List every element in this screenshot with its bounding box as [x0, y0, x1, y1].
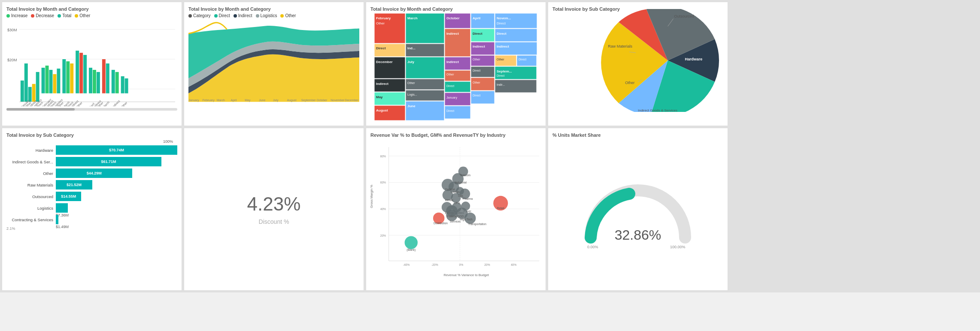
svg-rect-14 [57, 69, 60, 93]
panel-treemap: Total Invoice by Month and Category Febr… [366, 2, 546, 126]
svg-text:Novem...: Novem... [497, 16, 511, 20]
discount-label: Discount % [259, 218, 289, 225]
svg-text:-40%: -40% [403, 263, 410, 266]
total-label: Total [62, 13, 71, 18]
svg-text:December: December [376, 60, 393, 64]
svg-rect-130 [471, 91, 495, 104]
svg-text:(Blank): (Blank) [407, 248, 416, 252]
hbar-label-logistics: Logistics [6, 206, 56, 211]
svg-text:Direct: Direct [519, 58, 526, 61]
hbar-label-contracting: Contracting & Services [6, 217, 56, 222]
svg-rect-93 [495, 42, 537, 55]
svg-text:Raw Materials: Raw Materials [608, 44, 632, 48]
svg-rect-9 [36, 72, 39, 102]
direct-label: Direct [219, 13, 230, 18]
svg-text:Services: Services [450, 220, 461, 223]
scrollbar[interactable] [6, 108, 177, 111]
logistics-label: Logistics [261, 13, 277, 18]
percent-header: 100% [6, 139, 177, 144]
increase-dot [6, 14, 10, 18]
pie-svg: Outsourced Raw Materials Other Hardware … [552, 9, 723, 112]
svg-rect-75 [374, 44, 405, 57]
panel5-title: Total Invoice by Sub Category [6, 132, 177, 138]
hbar-wrap-indirect: $61.71M [56, 157, 177, 166]
legend-direct: Direct [214, 13, 230, 18]
svg-text:Telecom: Telecom [460, 174, 470, 177]
svg-rect-24 [102, 59, 106, 93]
svg-text:Distribution: Distribution [434, 222, 448, 225]
hbar-label-indirect: Indirect Goods & Ser... [6, 159, 56, 164]
increase-label: Increase [11, 13, 27, 18]
treemap-svg: February Other March October April Novem… [370, 13, 541, 120]
panel-gauge: % Units Market Share 0.00% 100.00% 32.86… [548, 128, 728, 291]
svg-text:April: April [231, 99, 237, 102]
svg-rect-10 [42, 68, 45, 93]
svg-text:Direct: Direct [376, 46, 386, 50]
hbar-row-logistics: Logistics $7.36M [6, 203, 177, 213]
svg-text:-20%: -20% [431, 263, 438, 266]
panel-bubble: Revenue Var % to Budget, GM% and Revenue… [366, 128, 546, 291]
svg-text:December: December [345, 99, 359, 102]
svg-text:$30M: $30M [7, 28, 17, 32]
svg-rect-13 [53, 74, 56, 93]
svg-rect-70 [471, 13, 495, 28]
svg-text:October: October [446, 16, 460, 20]
other2-dot [280, 14, 284, 18]
category-label: Category [193, 13, 211, 18]
svg-text:Pharma: Pharma [463, 197, 473, 200]
hbar-label-raw: Raw Materials [6, 183, 56, 187]
svg-text:February: February [376, 16, 391, 20]
svg-text:60%: 60% [380, 181, 386, 184]
hbar-wrap-other: $44.29M [56, 169, 177, 178]
svg-text:32.86%: 32.86% [615, 227, 661, 243]
panel3-title: Total Invoice by Month and Category [370, 6, 541, 12]
hbar-bar-hardware: $70.74M [56, 145, 177, 155]
logistics-dot [256, 14, 259, 18]
panel1-title: Total Invoice by Month and Category [6, 6, 177, 12]
svg-rect-8 [32, 84, 36, 102]
panel-stream-chart: Total Invoice by Month and Category Cate… [184, 2, 364, 126]
svg-text:Indirect: Indirect [112, 99, 121, 106]
svg-text:Indirect: Indirect [376, 82, 388, 86]
hbar-wrap-outsourced: $14.55M [56, 192, 177, 201]
svg-rect-77 [406, 44, 444, 57]
pie-area: Outsourced Raw Materials Other Hardware … [552, 13, 723, 108]
svg-text:July: July [273, 99, 279, 102]
svg-rect-72 [495, 13, 537, 28]
svg-text:February: February [203, 99, 215, 102]
svg-text:Direct: Direct [497, 32, 507, 36]
other-label: Other [79, 13, 90, 18]
hbar-row-outsourced: Outsourced $14.55M [6, 192, 177, 201]
svg-text:Other: Other [625, 81, 634, 85]
percent-label: 100% [163, 139, 173, 144]
panel2-legend: Category Direct Indirect Logistics Other [188, 13, 359, 18]
svg-text:80%: 80% [380, 155, 386, 158]
hbar-bar-logistics [56, 203, 68, 213]
svg-text:Other: Other [407, 81, 415, 84]
svg-rect-19 [79, 53, 83, 93]
discount-container: 4.23% Discount % [188, 132, 359, 286]
bubble-svg: Gross Margin % Revenue % Variance to Bud… [370, 139, 541, 281]
hbar-row-indirect: Indirect Goods & Ser... $61.71M [6, 157, 177, 166]
hbar-bar-outsourced: $14.55M [56, 192, 81, 201]
hbar-wrap-hardware: $70.74M [56, 145, 177, 155]
svg-rect-25 [106, 63, 109, 93]
hbar-bar-raw: $21.52M [56, 180, 92, 190]
hbar-bar-other: $44.29M [56, 169, 132, 178]
svg-text:Indir...: Indir... [497, 83, 505, 86]
hbar-area: Hardware $70.74M Indirect Goods & Ser...… [6, 145, 177, 261]
svg-rect-119 [445, 93, 470, 105]
svg-text:August: August [287, 99, 297, 102]
bar-chart-svg: $30M $20M [6, 21, 177, 106]
svg-text:Gas: Gas [458, 194, 464, 197]
hbar-label-other: Other [6, 171, 56, 176]
other2-label: Other [285, 13, 296, 18]
svg-rect-15 [62, 59, 66, 93]
svg-text:High Tech: High Tech [460, 218, 473, 221]
hbar-bar-indirect: $61.71M [56, 157, 161, 166]
svg-text:Transportation: Transportation [468, 223, 486, 226]
svg-point-160 [405, 236, 418, 249]
svg-rect-21 [89, 68, 92, 93]
svg-rect-17 [70, 63, 73, 93]
svg-text:Direct: Direct [473, 32, 482, 36]
